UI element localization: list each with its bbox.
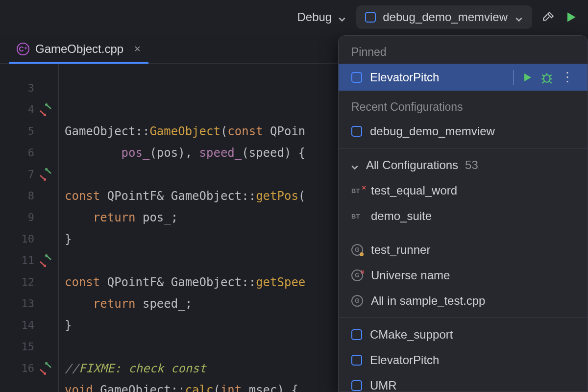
config-label: test_runner [371, 243, 430, 257]
config-label: Universe name [371, 269, 450, 282]
application-icon [351, 126, 362, 137]
all-configurations-toggle[interactable]: All Configurations 53 [339, 152, 588, 178]
tab-title: GameObject.cpp [35, 42, 123, 56]
marker-gutter [34, 64, 59, 392]
gtest-icon [351, 244, 363, 256]
run-icon[interactable] [522, 72, 533, 83]
config-item[interactable]: CMake_support [339, 322, 588, 347]
boost-test-icon: × [351, 186, 363, 195]
application-icon [351, 72, 362, 83]
all-configs-label: All Configurations [366, 158, 458, 172]
run-config-dropdown[interactable]: debug_demo_memview [356, 5, 532, 29]
vcs-change-marker-icon [39, 362, 53, 375]
cpp-file-icon [17, 43, 29, 55]
application-icon [351, 355, 362, 366]
config-label: test_equal_word [371, 184, 457, 197]
vcs-change-marker-icon [39, 168, 53, 181]
line-number-gutter: 3 4 5 6 7 8 9 10 11 12 13 14 15 16 [0, 64, 34, 392]
more-icon[interactable]: ⋮ [561, 70, 575, 85]
close-tab-icon[interactable]: × [129, 43, 141, 55]
section-header-recent: Recent Configurations [339, 91, 588, 119]
chevron-down-icon [338, 13, 346, 22]
application-icon [351, 329, 362, 340]
build-config-dropdown[interactable]: Debug [297, 10, 346, 24]
svg-point-0 [544, 74, 550, 82]
config-item[interactable]: ElevatorPitch [339, 347, 588, 373]
application-icon [351, 380, 362, 391]
config-item[interactable]: × Universe name [339, 263, 588, 288]
build-config-label: Debug [297, 10, 332, 24]
config-item[interactable]: × test_equal_word [339, 178, 588, 203]
config-label: ElevatorPitch [370, 71, 439, 84]
vcs-change-marker-icon [39, 254, 53, 268]
run-config-dropdown-panel: Pinned ElevatorPitch ⋮ Recent Configurat… [338, 35, 588, 392]
boost-test-icon [351, 212, 363, 220]
config-label: ElevatorPitch [370, 353, 439, 367]
config-label: demo_suite [371, 209, 432, 223]
config-item[interactable]: UMR [339, 373, 588, 392]
config-item[interactable]: All in sample_test.cpp [339, 288, 588, 314]
config-label: CMake_support [370, 328, 453, 342]
vcs-change-marker-icon [39, 103, 53, 117]
run-icon[interactable] [564, 11, 577, 24]
all-configs-count: 53 [465, 158, 478, 172]
application-icon [365, 12, 376, 23]
config-label: UMR [370, 379, 397, 392]
gtest-icon: × [351, 270, 363, 281]
config-item[interactable]: test_runner [339, 237, 588, 263]
config-label: debug_demo_memview [370, 124, 495, 138]
gtest-icon [351, 295, 363, 307]
chevron-down-icon [350, 161, 359, 170]
chevron-down-icon [514, 13, 523, 22]
run-config-label: debug_demo_memview [383, 10, 508, 24]
config-item-recent[interactable]: debug_demo_memview [339, 119, 588, 144]
editor-tab[interactable]: GameObject.cpp × [9, 34, 148, 63]
toolbar: Debug debug_demo_memview [0, 0, 588, 34]
config-item[interactable]: demo_suite [339, 203, 588, 229]
build-hammer-icon[interactable] [542, 11, 555, 24]
section-header-pinned: Pinned [339, 36, 588, 64]
config-label: All in sample_test.cpp [371, 294, 485, 308]
config-item-pinned[interactable]: ElevatorPitch ⋮ [339, 64, 588, 91]
debug-bug-icon[interactable] [540, 71, 553, 84]
